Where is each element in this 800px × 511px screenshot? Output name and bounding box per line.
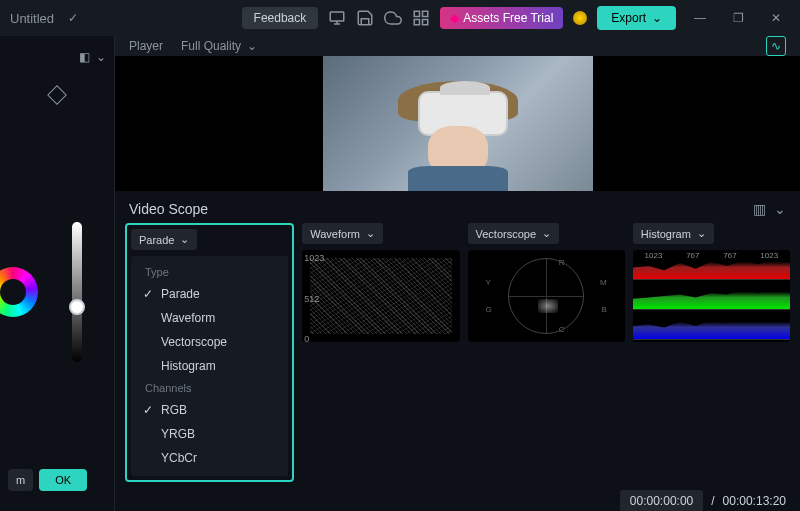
menu-section-channels: Channels	[131, 378, 288, 398]
scope-type-dropdown[interactable]: Parade⌄	[131, 229, 197, 250]
quality-dropdown[interactable]: Full Quality⌄	[181, 39, 257, 53]
scope-type-dropdown[interactable]: Vectorscope⌄	[468, 223, 560, 244]
chevron-down-icon: ⌄	[697, 227, 706, 240]
diamond-icon: ◆	[450, 11, 459, 25]
waveform-toggle-icon[interactable]: ∿	[766, 36, 786, 56]
split-view-icon: ◧	[79, 50, 90, 64]
chevron-down-icon: ⌄	[247, 39, 257, 53]
chevron-down-icon: ⌄	[542, 227, 551, 240]
menu-item-ycbcr[interactable]: YCbCr	[131, 446, 288, 470]
scope-dropdown-menu: Type Parade Waveform Vectorscope Histogr…	[131, 256, 288, 476]
grid-icon[interactable]	[412, 9, 430, 27]
scope-parade-column: Parade⌄ Type Parade Waveform Vectorscope…	[125, 223, 294, 482]
ok-button[interactable]: OK	[39, 469, 87, 491]
histogram-display: 10237677671023	[633, 250, 790, 342]
video-preview[interactable]	[115, 56, 800, 191]
color-panel: ◧ ⌄ m OK	[0, 36, 115, 511]
current-timecode[interactable]: 00:00:00:00	[620, 490, 703, 511]
gold-badge-icon[interactable]	[573, 11, 587, 25]
keyframe-diamond-icon[interactable]	[47, 85, 67, 105]
maximize-button[interactable]: ❐	[724, 4, 752, 32]
scope-type-dropdown[interactable]: Histogram⌄	[633, 223, 714, 244]
svg-rect-0	[331, 12, 345, 21]
player-label: Player	[129, 39, 163, 53]
menu-item-rgb[interactable]: RGB	[131, 398, 288, 422]
menu-item-waveform[interactable]: Waveform	[131, 306, 288, 330]
menu-item-parade[interactable]: Parade	[131, 282, 288, 306]
saved-check-icon: ✓	[68, 11, 78, 25]
save-icon[interactable]	[356, 9, 374, 27]
panel-view-toggle[interactable]: ◧ ⌄	[8, 46, 106, 76]
minimize-button[interactable]: —	[686, 4, 714, 32]
scope-layout-icon[interactable]: ▥	[753, 201, 766, 217]
export-button[interactable]: Export⌄	[597, 6, 676, 30]
menu-item-yrgb[interactable]: YRGB	[131, 422, 288, 446]
menu-section-type: Type	[131, 262, 288, 282]
scope-histogram-column: Histogram⌄ 10237677671023	[633, 223, 790, 482]
feedback-button[interactable]: Feedback	[242, 7, 319, 29]
menu-item-vectorscope[interactable]: Vectorscope	[131, 330, 288, 354]
chevron-down-icon: ⌄	[96, 50, 106, 64]
luminance-slider[interactable]	[72, 222, 82, 362]
monitor-icon[interactable]	[328, 9, 346, 27]
assets-trial-button[interactable]: ◆Assets Free Trial	[440, 7, 563, 29]
chevron-down-icon: ⌄	[652, 11, 662, 25]
svg-rect-4	[423, 20, 428, 25]
scope-vectorscope-column: Vectorscope⌄ R M B C G Y	[468, 223, 625, 482]
svg-rect-1	[415, 11, 420, 16]
scope-type-dropdown[interactable]: Waveform⌄	[302, 223, 383, 244]
scope-waveform-column: Waveform⌄ 10235120	[302, 223, 459, 482]
title-bar: Untitled ✓ Feedback ◆Assets Free Trial E…	[0, 0, 800, 36]
cloud-icon[interactable]	[384, 9, 402, 27]
color-wheel[interactable]	[0, 267, 38, 317]
chevron-down-icon: ⌄	[180, 233, 189, 246]
timecode-row: 00:00:00:00 / 00:00:13:20	[115, 482, 800, 511]
chevron-down-icon: ⌄	[366, 227, 375, 240]
m-button[interactable]: m	[8, 469, 33, 491]
close-button[interactable]: ✕	[762, 4, 790, 32]
slider-handle[interactable]	[69, 299, 85, 315]
total-duration: 00:00:13:20	[723, 494, 786, 508]
chevron-down-icon[interactable]: ⌄	[774, 201, 786, 217]
player-bar: Player Full Quality⌄ ∿	[115, 36, 800, 56]
document-title: Untitled	[10, 11, 54, 26]
svg-rect-2	[423, 11, 428, 16]
video-scope-header: Video Scope ▥ ⌄	[115, 191, 800, 223]
waveform-display: 10235120	[302, 250, 459, 342]
menu-item-histogram[interactable]: Histogram	[131, 354, 288, 378]
vectorscope-display: R M B C G Y	[468, 250, 625, 342]
svg-rect-3	[415, 20, 420, 25]
